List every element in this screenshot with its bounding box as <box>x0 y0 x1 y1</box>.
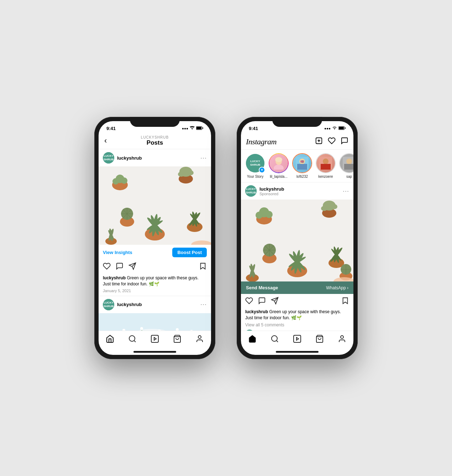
post-username-1: luckyshrub <box>117 155 142 161</box>
notifications-icon[interactable] <box>328 137 336 146</box>
svg-point-89 <box>266 211 273 218</box>
svg-point-52 <box>129 336 135 341</box>
like-icon-1[interactable] <box>103 262 111 272</box>
svg-rect-78 <box>344 164 353 170</box>
signal-icon-1: ●●● <box>182 126 188 130</box>
svg-marker-120 <box>296 337 299 340</box>
post-user-left-1: LUCKYSHRUB luckyshrub <box>103 152 142 164</box>
view-insights-btn[interactable]: View Insights <box>103 250 132 255</box>
post-user-row-1: LUCKYSHRUB luckyshrub ··· <box>99 149 211 166</box>
post-user-row-2: LUCKYSHRUB luckyshrub ··· <box>99 296 211 313</box>
nav-reels-2[interactable] <box>293 335 301 345</box>
svg-rect-59 <box>339 127 344 129</box>
status-time-1: 9:41 <box>106 126 116 131</box>
svg-rect-37 <box>99 313 211 331</box>
action-icons-left-1 <box>103 262 136 272</box>
caption-username-1: luckyshrub <box>103 275 126 280</box>
story-item-3[interactable]: kenzoere <box>316 153 336 178</box>
svg-marker-116 <box>343 298 348 304</box>
svg-marker-55 <box>154 337 156 340</box>
snow-bg <box>99 313 211 331</box>
posts-title-wrap: LUCKYSHRUB Posts <box>141 135 169 146</box>
comment-icon-1[interactable] <box>116 262 123 272</box>
svg-rect-2 <box>203 127 203 129</box>
svg-point-57 <box>198 336 201 338</box>
svg-rect-54 <box>151 335 158 342</box>
ls-logo-2: LUCKYSHRUB <box>103 299 114 310</box>
nav-search-2[interactable] <box>270 335 279 345</box>
svg-point-65 <box>274 165 284 170</box>
story-label-your-story: Your Story <box>247 175 263 178</box>
svg-point-122 <box>341 336 343 338</box>
svg-point-13 <box>121 177 127 184</box>
feed-post-options[interactable]: ··· <box>343 187 349 195</box>
cactus-bg-2 <box>241 200 353 281</box>
send-message-text[interactable]: Send Message <box>246 285 278 290</box>
status-icons-2: ●●● <box>324 126 346 131</box>
svg-point-48 <box>140 327 143 330</box>
screen-content-2: Instagram <box>241 134 353 331</box>
nav-search-1[interactable] <box>128 335 137 345</box>
phone-1: 9:41 ●●● ‹ LUCKYSHRUB P <box>94 117 215 359</box>
story-item-1[interactable]: lil_lapísla... <box>269 153 289 178</box>
whatsapp-text[interactable]: WhatsApp › <box>326 285 348 290</box>
feed-caption-username: luckyshrub <box>245 309 268 314</box>
story-avatar-wrap-4 <box>339 153 353 173</box>
post-item-1: LUCKYSHRUB luckyshrub ··· <box>99 149 211 296</box>
status-icons-1: ●●● <box>182 126 203 131</box>
nav-reels-1[interactable] <box>151 335 159 345</box>
post-options-2[interactable]: ··· <box>200 301 207 308</box>
story-item-your-story[interactable]: LUCKYSHRUB + Your Story <box>245 153 265 178</box>
view-comments-link[interactable]: View all 5 comments <box>241 322 353 328</box>
svg-rect-1 <box>196 127 201 129</box>
notch-1 <box>130 117 180 127</box>
nav-home-2[interactable] <box>248 335 257 345</box>
phone-2: 9:41 ●●● Instagram <box>237 117 358 359</box>
feed-sponsored: Sponsored <box>259 192 284 196</box>
home-bar-1 <box>133 351 176 353</box>
svg-point-74 <box>323 159 329 164</box>
story-item-2[interactable]: 🇬🇧 lofti232 <box>292 153 312 178</box>
svg-point-93 <box>331 204 337 209</box>
svg-line-118 <box>276 341 278 342</box>
svg-point-16 <box>178 172 184 177</box>
story-avatar-wrap-1 <box>269 153 289 173</box>
bookmark-icon-2[interactable] <box>341 297 349 307</box>
share-icon-2[interactable] <box>271 297 279 307</box>
story-label-3: kenzoere <box>318 175 333 178</box>
signal-icon-2: ●●● <box>324 126 331 130</box>
post-avatar-1: LUCKYSHRUB <box>103 152 114 164</box>
nav-shop-1[interactable] <box>173 335 182 345</box>
cactus-bg-1 <box>99 166 211 245</box>
phone-2-screen: 9:41 ●●● Instagram <box>241 121 353 355</box>
like-icon-2[interactable] <box>245 297 253 307</box>
post-image-1 <box>99 166 211 245</box>
instagram-logo: Instagram <box>246 137 277 146</box>
story-item-4[interactable]: sap <box>339 153 353 178</box>
svg-marker-36 <box>201 263 205 269</box>
svg-rect-75 <box>321 164 331 170</box>
feed-username: luckyshrub <box>259 186 284 192</box>
messages-icon[interactable] <box>341 137 348 146</box>
boost-row: View Insights Boost Post <box>99 245 211 260</box>
svg-line-53 <box>134 341 135 342</box>
comment-icon-2[interactable] <box>258 297 266 307</box>
back-button[interactable]: ‹ <box>104 136 107 145</box>
bookmark-icon-1[interactable] <box>199 262 207 272</box>
nav-home-1[interactable] <box>106 335 114 345</box>
share-icon-1[interactable] <box>128 262 136 272</box>
nav-shop-2[interactable] <box>315 335 324 345</box>
nav-profile-1[interactable] <box>195 335 204 345</box>
post-image-2 <box>99 313 211 331</box>
boost-post-btn[interactable]: Boost Post <box>172 248 207 257</box>
action-row-1 <box>99 260 211 274</box>
add-post-icon[interactable] <box>315 137 323 146</box>
story-avatar-wrap-3 <box>316 153 336 173</box>
post-options-1[interactable]: ··· <box>200 154 207 162</box>
wifi-icon-1 <box>190 126 195 130</box>
nav-profile-2[interactable] <box>338 335 346 345</box>
posts-subtitle: LUCKYSHRUB <box>141 135 169 139</box>
feed-header-icons <box>315 137 348 146</box>
svg-text:🇬🇧: 🇬🇧 <box>300 160 304 163</box>
post-date-1: January 5, 2021 <box>99 288 211 296</box>
